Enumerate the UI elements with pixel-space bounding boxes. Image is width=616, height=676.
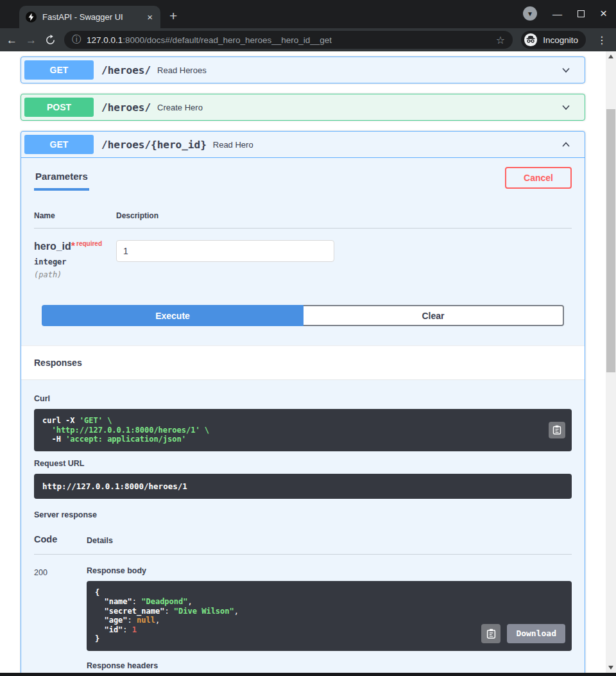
page-info-icon[interactable]: ⓘ	[72, 34, 81, 46]
browser-menu-icon[interactable]: ⋮	[594, 34, 610, 46]
response-body-label: Response body	[87, 566, 572, 575]
details-column-header: Details	[87, 534, 113, 545]
fastapi-favicon-icon	[26, 12, 37, 22]
clipboard-icon	[486, 628, 496, 639]
scrollbar-thumb[interactable]	[606, 109, 615, 372]
request-url-label: Request URL	[34, 459, 572, 468]
parameter-type: integer	[34, 257, 116, 266]
parameter-location: (path)	[34, 270, 116, 279]
back-button[interactable]: ←	[6, 35, 17, 46]
incognito-label: Incognito	[543, 35, 578, 45]
incognito-spy-icon	[524, 33, 538, 47]
forward-button[interactable]: →	[26, 35, 37, 46]
opblock-summary-post-heroes[interactable]: POST /heroes/ Create Hero	[21, 94, 585, 120]
request-url-value: http://127.0.0.1:8000/heroes/1	[34, 474, 572, 499]
code-column-header: Code	[34, 534, 87, 545]
browser-titlebar: FastAPI - Swagger UI × + ▼ — ×	[0, 0, 616, 28]
server-response-row: 200 Response body { "name": "Deadpond", …	[34, 555, 572, 676]
response-body-json: { "name": "Deadpond", "secret_name": "Di…	[95, 588, 488, 644]
scrollbar[interactable]	[606, 51, 616, 676]
execute-button[interactable]: Execute	[42, 305, 304, 326]
bookmark-star-icon[interactable]: ☆	[496, 34, 505, 46]
cancel-button[interactable]: Cancel	[505, 167, 572, 189]
method-badge: GET	[24, 60, 94, 80]
curl-label: Curl	[34, 394, 572, 403]
response-body-block: { "name": "Deadpond", "secret_name": "Di…	[87, 581, 572, 651]
browser-toolbar: ← → ⓘ 127.0.0.1:8000/docs#/default/read_…	[0, 28, 616, 51]
status-code: 200	[34, 566, 87, 676]
url-bar[interactable]: ⓘ 127.0.0.1:8000/docs#/default/read_hero…	[64, 31, 513, 49]
responses-title: Responses	[34, 358, 572, 368]
browser-tab[interactable]: FastAPI - Swagger UI ×	[19, 6, 160, 28]
chevron-down-icon[interactable]	[560, 64, 572, 76]
scrollbar-down-arrow[interactable]	[606, 663, 616, 673]
url-domain: 127.0.0.1	[87, 35, 123, 45]
chevron-down-icon[interactable]	[560, 101, 572, 114]
incognito-badge: Incognito	[521, 31, 586, 49]
download-button[interactable]: Download	[507, 624, 565, 643]
copy-response-button[interactable]	[481, 624, 501, 643]
required-label: required	[76, 240, 102, 247]
url-text: 127.0.0.1:8000/docs#/default/read_hero_h…	[87, 35, 490, 45]
server-response-label: Server response	[34, 510, 572, 519]
response-headers-label: Response headers	[87, 661, 572, 670]
parameter-row: hero_id*required integer (path)	[34, 229, 572, 296]
method-badge: GET	[24, 135, 94, 154]
parameter-name: hero_id*required	[34, 240, 116, 252]
copy-curl-button[interactable]	[549, 422, 565, 438]
url-path: :8000/docs#/default/read_hero_heroes__he…	[123, 35, 332, 45]
reload-button[interactable]	[45, 35, 56, 46]
chevron-up-icon[interactable]	[560, 138, 572, 151]
close-window-button[interactable]: ×	[600, 6, 607, 21]
chrome-caret-icon[interactable]: ▼	[523, 6, 537, 21]
opblock-get-heroes: GET /heroes/ Read Heroes	[21, 56, 585, 83]
scrollbar-up-arrow[interactable]	[606, 51, 616, 62]
required-star: *	[71, 241, 75, 252]
method-badge: POST	[24, 98, 94, 117]
column-header-description: Description	[116, 211, 158, 220]
endpoint-summary: Read Hero	[213, 140, 560, 150]
minimize-button[interactable]: —	[552, 8, 562, 19]
tab-close-icon[interactable]: ×	[146, 12, 154, 22]
opblock-get-hero-id: GET /heroes/{hero_id} Read Hero Paramete…	[21, 131, 585, 676]
curl-command-block: curl -X 'GET' \ 'http://127.0.0.1:8000/h…	[34, 409, 572, 451]
curl-command: curl -X 'GET' \ 'http://127.0.0.1:8000/h…	[42, 416, 543, 444]
endpoint-summary: Read Heroes	[157, 65, 560, 75]
endpoint-path: /heroes/{hero_id}	[94, 139, 213, 151]
swagger-page: GET /heroes/ Read Heroes POST /heroes/ C…	[0, 51, 616, 676]
clipboard-icon	[552, 425, 561, 435]
opblock-summary-get-hero-id[interactable]: GET /heroes/{hero_id} Read Hero	[21, 132, 585, 158]
tab-title: FastAPI - Swagger UI	[42, 12, 140, 22]
opblock-post-heroes: POST /heroes/ Create Hero	[21, 94, 585, 121]
tab-parameters[interactable]: Parameters	[34, 166, 89, 191]
column-header-name: Name	[34, 211, 116, 220]
hero-id-input[interactable]	[116, 240, 334, 262]
clear-button[interactable]: Clear	[304, 305, 564, 326]
endpoint-path: /heroes/	[94, 64, 157, 76]
opblock-summary-get-heroes[interactable]: GET /heroes/ Read Heroes	[21, 57, 585, 83]
window-bottom-edge	[0, 673, 616, 676]
new-tab-button[interactable]: +	[169, 9, 177, 22]
endpoint-path: /heroes/	[94, 101, 157, 114]
maximize-button[interactable]	[578, 10, 585, 17]
endpoint-summary: Create Hero	[157, 103, 560, 112]
